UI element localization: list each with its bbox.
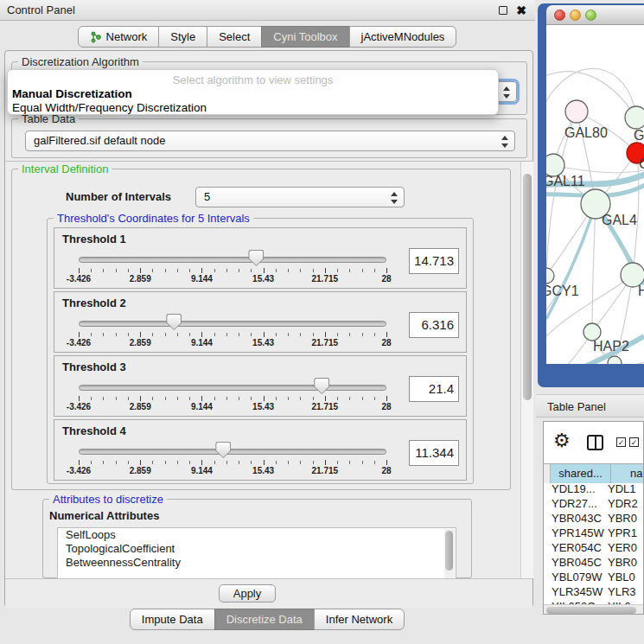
cell-shared-name[interactable]: YDL19... (544, 482, 604, 495)
network-window: GAL80G.CGAL11GAL4GCY1HHAP2 (538, 3, 644, 387)
tab-style[interactable]: Style (158, 26, 207, 48)
column-header-shared-name[interactable]: shared... (551, 464, 611, 483)
close-traffic-light-icon[interactable] (554, 10, 565, 21)
minimize-traffic-light-icon[interactable] (570, 10, 581, 21)
combo-stepper-icon (390, 190, 399, 206)
cell-shared-name[interactable]: YPR145W (544, 526, 604, 539)
node-label: H (638, 284, 644, 298)
combo-stepper-icon (501, 134, 509, 150)
vertical-scrollbar[interactable] (520, 162, 533, 578)
attribute-item-selfloops[interactable]: SelfLoops (58, 528, 456, 542)
table-data-combo[interactable]: galFiltered.sif default node (25, 131, 515, 151)
slider[interactable]: -3.4262.8599.14415.4321.71528 (79, 420, 386, 480)
slider-track[interactable] (79, 385, 386, 391)
cell-name[interactable]: YDR2 (604, 497, 638, 510)
checkbox-icon[interactable]: ✓ (629, 437, 639, 447)
network-node-gcy1[interactable] (546, 268, 554, 284)
tab-cyni-toolbox[interactable]: Cyni Toolbox (261, 26, 349, 48)
intervals-value: 5 (204, 190, 210, 203)
cell-name[interactable]: YLR3 (604, 585, 636, 598)
slider-thumb[interactable] (248, 250, 264, 266)
slider[interactable]: -3.4262.8599.14415.4321.71528 (79, 228, 386, 288)
zoom-traffic-light-icon[interactable] (585, 10, 596, 21)
number-of-intervals-combo[interactable]: 5 (195, 187, 405, 207)
network-graph[interactable]: GAL80G.CGAL11GAL4GCY1HHAP2 (546, 25, 644, 364)
table-row[interactable]: YPR145WYPR1 (544, 526, 644, 541)
float-window-icon[interactable] (499, 6, 507, 15)
tab-jactivemnodules[interactable]: jActiveMNodules (349, 26, 457, 48)
cell-name[interactable]: YBR0 (604, 556, 637, 569)
settings-scrollpane: Interval Definition Number of Intervals … (6, 161, 533, 578)
numerical-attributes-list[interactable]: SelfLoopsTopologicalCoefficientBetweenne… (57, 527, 456, 578)
slider[interactable]: -3.4262.8599.14415.4321.71528 (79, 292, 386, 352)
network-node-hap2[interactable] (583, 323, 601, 341)
table-row[interactable]: YER054CYER0 (544, 541, 644, 556)
network-node-g[interactable] (625, 106, 644, 129)
threshold-value-field[interactable]: 11.344 (409, 440, 459, 466)
table-row[interactable]: YDR27...YDR2 (544, 497, 644, 512)
group-title: Discretization Algorithm (18, 55, 143, 68)
cell-shared-name[interactable]: YER054C (544, 541, 604, 554)
cell-shared-name[interactable]: YBR045C (544, 556, 604, 569)
attribute-item-topologicalcoefficient[interactable]: TopologicalCoefficient (58, 542, 456, 556)
dropdown-item-equal-width-frequency-discretization[interactable]: Equal Width/Frequency Discretization (8, 101, 498, 115)
tab-impute-data[interactable]: Impute Data (130, 609, 215, 630)
apply-button[interactable]: Apply (219, 584, 276, 603)
cell-shared-name[interactable]: YDR27... (544, 497, 604, 510)
attribute-item-betweennesscentrality[interactable]: BetweennessCentrality (58, 556, 456, 570)
cell-name[interactable]: YDL1 (604, 482, 636, 495)
dropdown-item-manual-discretization[interactable]: Manual Discretization (8, 87, 498, 101)
screen: Control Panel ✖ NetworkStyleSelectCyni T… (0, 0, 644, 644)
tab-label: Style (170, 30, 195, 43)
tab-select[interactable]: Select (207, 26, 262, 48)
cell-name[interactable]: YBL0 (604, 571, 635, 583)
table-row[interactable]: YBL079WYBL0 (544, 571, 644, 585)
checkbox-icon[interactable]: ✓ (616, 437, 626, 447)
close-icon[interactable]: ✖ (516, 3, 526, 18)
table-panel-body: ⚙ ✓ ✓ shared... na YDL19...YDL1YDR27...Y… (543, 421, 644, 615)
tab-label: Infer Network (326, 613, 392, 626)
table-row[interactable]: YBR043CYBR0 (544, 512, 644, 526)
node-label: HAP2 (593, 339, 629, 354)
columns-icon[interactable] (587, 435, 603, 450)
tab-network[interactable]: Network (78, 26, 160, 48)
slider-thumb[interactable] (314, 378, 329, 394)
cell-name[interactable]: YBR0 (604, 512, 637, 525)
table-panel-title: Table Panel (547, 400, 606, 413)
group-title: Interval Definition (18, 163, 112, 175)
slider[interactable]: -3.4262.8599.14415.4321.71528 (79, 356, 386, 416)
table-row[interactable]: YDL19...YDL1 (544, 482, 644, 497)
network-window-titlebar[interactable] (546, 5, 644, 25)
cell-shared-name[interactable]: YBR043C (544, 512, 604, 525)
table-row[interactable]: YLR345WYLR3 (544, 585, 644, 600)
column-header-name[interactable]: na (611, 464, 644, 483)
dropdown-placeholder: Select algorithm to view settings (8, 73, 498, 87)
cell-shared-name[interactable]: YBL079W (544, 571, 604, 583)
slider-thumb[interactable] (166, 314, 182, 330)
slider-track[interactable] (79, 321, 386, 327)
slider-thumb[interactable] (215, 442, 231, 458)
threshold-value-field[interactable]: 21.4 (409, 376, 459, 402)
table-row[interactable]: YBR045CYBR0 (544, 556, 644, 571)
table-data-group: Table Data galFiltered.sif default node (11, 118, 527, 158)
network-canvas[interactable]: GAL80G.CGAL11GAL4GCY1HHAP2 (546, 25, 644, 364)
cell-shared-name[interactable]: YLR345W (544, 585, 604, 598)
slider-track[interactable] (79, 449, 386, 455)
threshold-value-field[interactable]: 14.713 (409, 248, 459, 274)
thresholds-group: Threshold's Coordinates for 5 Intervals … (47, 218, 474, 484)
network-node-gal80[interactable] (565, 100, 588, 123)
table-rows: YDL19...YDL1YDR27...YDR2YBR043CYBR0YPR14… (544, 482, 644, 604)
threshold-value-field[interactable]: 6.316 (409, 312, 459, 338)
slider-track[interactable] (79, 257, 386, 263)
network-icon (90, 31, 102, 43)
cyni-toolbox-panel: Discretization Algorithm Table Data galF… (4, 50, 533, 608)
slider-ticks (79, 268, 386, 274)
gear-icon[interactable]: ⚙ (553, 430, 571, 452)
tab-infer-network[interactable]: Infer Network (314, 609, 405, 630)
node-label: GAL80 (564, 125, 608, 140)
horizontal-scrollbar[interactable] (544, 604, 644, 615)
tab-discretize-data[interactable]: Discretize Data (214, 609, 315, 630)
list-scrollbar[interactable] (444, 529, 455, 578)
cell-name[interactable]: YER0 (604, 541, 637, 554)
cell-name[interactable]: YPR1 (604, 526, 637, 539)
